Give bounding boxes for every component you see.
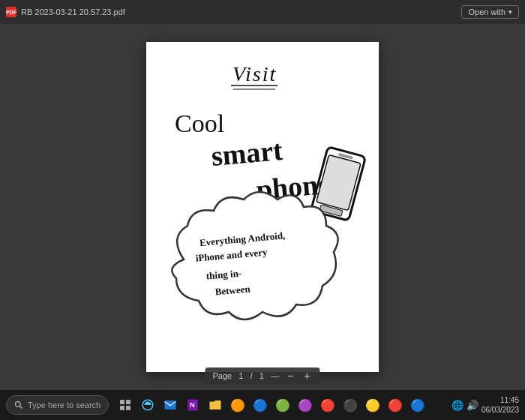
pdf-viewer: Visit Cool smart phone Everything Androi… bbox=[0, 24, 525, 390]
mail-icon bbox=[164, 398, 177, 412]
svg-text:smart: smart bbox=[210, 134, 284, 172]
taskbar-app1-button[interactable]: 🟠 bbox=[227, 394, 248, 416]
taskbar-onenote-button[interactable]: N bbox=[182, 394, 203, 416]
title-bar-left: PDF RB 2023-03-21 20.57.23.pdf bbox=[6, 7, 125, 17]
pdf-content: Visit Cool smart phone Everything Androi… bbox=[146, 42, 379, 372]
taskbar-app7-button[interactable]: 🟡 bbox=[362, 394, 383, 416]
svg-rect-18 bbox=[120, 406, 124, 410]
open-with-label: Open with bbox=[468, 8, 506, 16]
taskbar-explorer-button[interactable] bbox=[205, 394, 226, 416]
app-icon: PDF bbox=[6, 7, 16, 17]
taskbar-app6-button[interactable]: ⚫ bbox=[340, 394, 361, 416]
volume-icon: 🔊 bbox=[466, 400, 478, 411]
taskbar-app4-button[interactable]: 🟣 bbox=[295, 394, 316, 416]
svg-rect-17 bbox=[126, 400, 130, 404]
zoom-in-button[interactable]: + bbox=[302, 370, 312, 381]
svg-rect-19 bbox=[126, 406, 130, 410]
title-bar: PDF RB 2023-03-21 20.57.23.pdf Open with… bbox=[0, 0, 525, 24]
search-box[interactable]: Type here to search bbox=[6, 395, 109, 415]
svg-text:N: N bbox=[190, 401, 195, 409]
system-clock: 11:45 06/03/2023 bbox=[482, 395, 519, 415]
pdf-controls: Page 1 / 1 — − + bbox=[205, 368, 320, 384]
zoom-out-button[interactable]: − bbox=[285, 370, 296, 381]
taskbar: Type here to search bbox=[0, 390, 525, 420]
svg-rect-16 bbox=[120, 400, 124, 404]
taskbar-app8-button[interactable]: 🔴 bbox=[385, 394, 406, 416]
explorer-icon bbox=[208, 398, 222, 412]
open-with-button[interactable]: Open with ▾ bbox=[461, 5, 519, 19]
taskbar-mail-button[interactable] bbox=[160, 394, 181, 416]
clock-time: 11:45 bbox=[482, 395, 519, 405]
svg-text:Visit: Visit bbox=[232, 62, 277, 86]
clock-date: 06/03/2023 bbox=[482, 405, 519, 415]
svg-line-15 bbox=[20, 406, 22, 409]
taskbar-taskview-button[interactable] bbox=[115, 394, 136, 416]
taskbar-app2-button[interactable]: 🔵 bbox=[250, 394, 271, 416]
taskbar-right: 🌐 🔊 11:45 06/03/2023 bbox=[452, 395, 525, 415]
svg-point-14 bbox=[16, 402, 21, 407]
taskbar-edge-button[interactable] bbox=[137, 394, 158, 416]
page-label: Page 1 / 1 — bbox=[212, 371, 279, 380]
search-icon bbox=[14, 400, 23, 410]
taskbar-app9-button[interactable]: 🔵 bbox=[407, 394, 428, 416]
chevron-down-icon: ▾ bbox=[508, 8, 512, 16]
taskview-icon bbox=[119, 399, 131, 411]
search-placeholder-text: Type here to search bbox=[28, 400, 100, 410]
svg-rect-20 bbox=[165, 400, 176, 410]
app-icon-text: PDF bbox=[6, 10, 16, 15]
pdf-page: Visit Cool smart phone Everything Androi… bbox=[146, 42, 379, 372]
edge-icon bbox=[141, 398, 154, 412]
taskbar-app3-button[interactable]: 🟢 bbox=[272, 394, 293, 416]
taskbar-app5-button[interactable]: 🔴 bbox=[317, 394, 338, 416]
svg-text:Cool: Cool bbox=[175, 110, 224, 137]
taskbar-icons: N 🟠 🔵 🟢 🟣 🔴 ⚫ 🟡 🔴 🔵 bbox=[115, 394, 428, 416]
network-icon: 🌐 bbox=[452, 400, 464, 411]
onenote-icon: N bbox=[186, 398, 200, 412]
window-title: RB 2023-03-21 20.57.23.pdf bbox=[21, 8, 125, 16]
